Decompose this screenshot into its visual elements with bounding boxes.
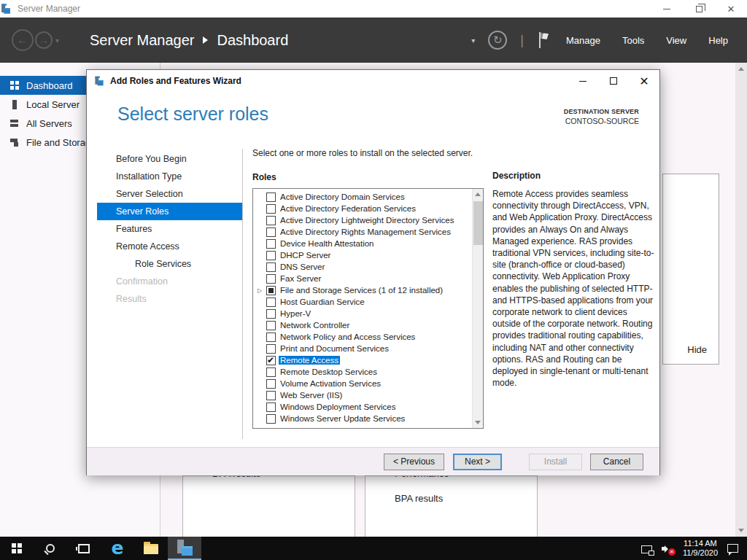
- wizard-nav-server-roles[interactable]: Server Roles: [97, 203, 243, 220]
- network-icon[interactable]: [641, 545, 652, 553]
- role-label[interactable]: Remote Desktop Services: [280, 368, 377, 376]
- scroll-down-icon[interactable]: [738, 529, 744, 532]
- wizard-nav-remote-access[interactable]: Remote Access: [97, 238, 243, 255]
- file-explorer-button[interactable]: [134, 537, 168, 560]
- scroll-up-icon[interactable]: [738, 67, 744, 71]
- next-button[interactable]: Next >: [453, 454, 502, 470]
- role-label[interactable]: Network Controller: [280, 321, 349, 330]
- minimize-button[interactable]: [651, 0, 683, 18]
- role-label[interactable]: DNS Server: [280, 262, 325, 271]
- role-checkbox-print-and-document-services[interactable]: [266, 344, 276, 354]
- role-checkbox-active-directory-federation-services[interactable]: [266, 204, 276, 214]
- role-label[interactable]: Hyper-V: [280, 309, 311, 318]
- notifications-flag-icon[interactable]: [537, 32, 549, 48]
- role-row: Network Controller: [258, 319, 471, 331]
- role-label[interactable]: Active Directory Rights Management Servi…: [280, 228, 451, 236]
- menu-manage[interactable]: Manage: [562, 32, 605, 49]
- scrollbar-thumb[interactable]: [473, 201, 483, 245]
- role-row: Print and Document Services: [258, 343, 471, 354]
- menu-tools[interactable]: Tools: [618, 32, 649, 49]
- role-label[interactable]: Windows Server Update Services: [280, 414, 405, 423]
- role-label[interactable]: DHCP Server: [280, 251, 330, 260]
- role-checkbox-active-directory-domain-services[interactable]: [266, 192, 276, 202]
- role-checkbox-file-and-storage-services-1-of-12-installed-[interactable]: [266, 286, 276, 295]
- role-checkbox-network-policy-and-access-services[interactable]: [266, 332, 276, 342]
- role-row: Hyper-V: [258, 308, 471, 319]
- role-checkbox-remote-desktop-services[interactable]: [266, 368, 276, 377]
- wizard-nav-installation-type[interactable]: Installation Type: [97, 168, 243, 185]
- window-title: Server Manager: [18, 4, 80, 14]
- wizard-close-button[interactable]: ✕: [629, 70, 659, 92]
- wizard-nav-server-selection[interactable]: Server Selection: [97, 185, 243, 203]
- add-roles-features-wizard: Add Roles and Features Wizard ✕ Select s…: [86, 69, 660, 475]
- wizard-maximize-button[interactable]: [598, 70, 629, 92]
- volume-muted-icon[interactable]: ✕: [662, 544, 673, 553]
- wizard-nav-features[interactable]: Features: [97, 220, 243, 238]
- action-center-icon[interactable]: [727, 544, 738, 553]
- header-caret-icon[interactable]: ▾: [471, 36, 475, 44]
- search-button[interactable]: [34, 537, 67, 560]
- nav-dropdown-caret-icon[interactable]: ▾: [55, 36, 59, 44]
- role-label[interactable]: Fax Server: [280, 274, 321, 283]
- role-checkbox-fax-server[interactable]: [266, 274, 276, 284]
- roles-listbox: Active Directory Domain ServicesActive D…: [252, 188, 484, 429]
- role-checkbox-dhcp-server[interactable]: [266, 251, 276, 260]
- role-label[interactable]: Active Directory Domain Services: [280, 192, 405, 201]
- hide-link[interactable]: Hide: [687, 344, 707, 355]
- menu-view[interactable]: View: [662, 32, 691, 49]
- vertical-scrollbar[interactable]: [735, 63, 747, 537]
- refresh-button[interactable]: ↻: [488, 31, 507, 50]
- role-label[interactable]: Remote Access: [279, 356, 340, 365]
- role-checkbox-web-server-iis-[interactable]: [266, 391, 276, 400]
- role-label[interactable]: Active Directory Lightweight Directory S…: [280, 216, 454, 225]
- role-checkbox-windows-server-update-services[interactable]: [266, 414, 276, 424]
- role-checkbox-hyper-v[interactable]: [266, 309, 276, 319]
- role-label[interactable]: Volume Activation Services: [280, 379, 381, 388]
- scroll-down-icon[interactable]: [475, 421, 481, 424]
- menu-help[interactable]: Help: [704, 32, 732, 49]
- forward-button[interactable]: →: [35, 31, 53, 49]
- breadcrumb-current[interactable]: Dashboard: [217, 32, 288, 49]
- role-label[interactable]: Windows Deployment Services: [280, 402, 396, 411]
- internet-explorer-button[interactable]: e: [101, 537, 134, 560]
- expand-arrow-icon[interactable]: ▷: [258, 287, 266, 294]
- clock-time: 11:14 AM: [683, 539, 718, 548]
- description-text: Remote Access provides seamless connecti…: [492, 188, 654, 389]
- scroll-up-icon[interactable]: [475, 192, 481, 196]
- forward-arrow-icon: →: [39, 34, 49, 46]
- back-button[interactable]: ←: [12, 29, 34, 51]
- close-button[interactable]: ✕: [715, 0, 747, 18]
- role-checkbox-volume-activation-services[interactable]: [266, 379, 276, 389]
- role-label[interactable]: Web Server (IIS): [280, 391, 342, 400]
- bpa-results-link[interactable]: BPA results: [395, 493, 537, 504]
- role-label[interactable]: File and Storage Services (1 of 12 insta…: [280, 286, 443, 295]
- role-checkbox-windows-deployment-services[interactable]: [266, 402, 276, 412]
- cancel-button[interactable]: Cancel: [590, 454, 643, 470]
- wizard-titlebar[interactable]: Add Roles and Features Wizard ✕: [87, 70, 659, 92]
- role-checkbox-dns-server[interactable]: [266, 262, 276, 272]
- breadcrumb-root[interactable]: Server Manager: [90, 32, 194, 49]
- taskbar-clock[interactable]: 11:14 AM 11/9/2020: [683, 539, 718, 558]
- previous-button[interactable]: < Previous: [384, 454, 444, 470]
- roles-scrollbar[interactable]: [472, 189, 483, 428]
- start-button[interactable]: [0, 537, 34, 560]
- restore-button[interactable]: [683, 0, 715, 18]
- role-label[interactable]: Active Directory Federation Services: [280, 204, 416, 213]
- role-label[interactable]: Device Health Attestation: [280, 239, 374, 248]
- role-checkbox-active-directory-lightweight-directory-services[interactable]: [266, 216, 276, 225]
- role-checkbox-active-directory-rights-management-services[interactable]: [266, 228, 276, 237]
- role-checkbox-network-controller[interactable]: [266, 321, 276, 330]
- header-divider: |: [520, 33, 524, 48]
- role-checkbox-device-health-attestation[interactable]: [266, 239, 276, 249]
- role-checkbox-host-guardian-service[interactable]: [266, 298, 276, 307]
- wizard-nav-role-services[interactable]: Role Services: [97, 255, 243, 273]
- role-label[interactable]: Print and Document Services: [280, 344, 389, 353]
- task-view-button[interactable]: [67, 537, 101, 560]
- role-label[interactable]: Network Policy and Access Services: [280, 332, 415, 341]
- install-button[interactable]: Install: [529, 454, 582, 470]
- role-checkbox-remote-access[interactable]: [266, 356, 276, 365]
- wizard-nav-before-you-begin[interactable]: Before You Begin: [97, 150, 243, 168]
- server-manager-taskbar-button[interactable]: [168, 537, 201, 560]
- wizard-minimize-button[interactable]: [568, 70, 598, 92]
- role-label[interactable]: Host Guardian Service: [280, 298, 365, 306]
